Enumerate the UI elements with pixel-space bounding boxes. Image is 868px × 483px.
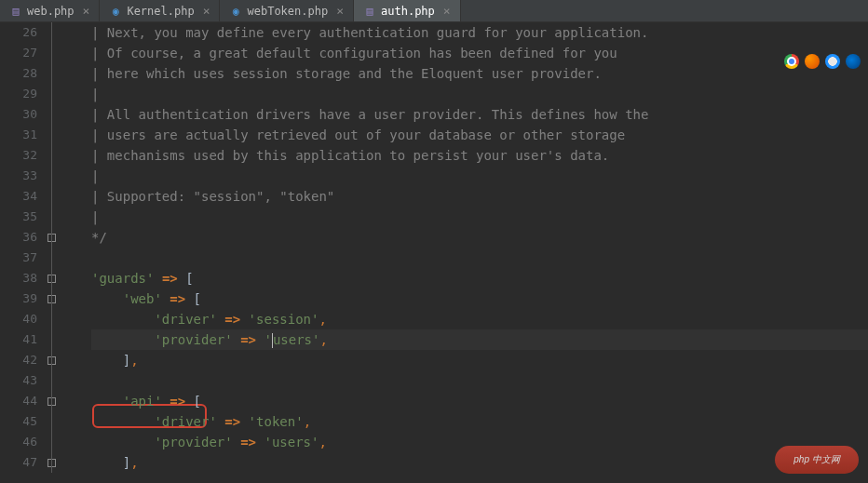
code-token — [233, 332, 240, 347]
line-number: 31 — [0, 125, 37, 145]
code-token — [240, 312, 248, 327]
code-token: => — [224, 414, 240, 429]
code-token: , — [319, 332, 327, 347]
code-token: | — [91, 87, 99, 101]
fold-column — [45, 22, 63, 483]
code-token: , — [130, 353, 138, 368]
tab-label: auth.php — [381, 5, 435, 18]
code-token: => — [170, 291, 185, 306]
line-number: 42 — [0, 350, 37, 370]
line-gutter: 2627282930313233343536373839404142434445… — [0, 22, 45, 483]
firefox-icon[interactable] — [805, 54, 820, 69]
edge-icon[interactable] — [846, 54, 861, 69]
line-number: 40 — [0, 309, 37, 329]
code-token: => — [224, 312, 240, 327]
code-line[interactable]: | Of course, a great default configurati… — [91, 43, 868, 63]
class-file-icon: ◉ — [229, 5, 242, 18]
code-line[interactable]: 'driver' => 'token', — [91, 411, 868, 432]
code-line[interactable]: | mechanisms used by this application to… — [91, 145, 868, 166]
code-line[interactable]: | Next, you may define every authenticat… — [91, 22, 868, 43]
line-number: 43 — [0, 370, 37, 391]
code-token: | — [91, 168, 99, 183]
watermark-badge: php 中文网 — [775, 446, 859, 474]
code-line[interactable]: 'guards' => [ — [91, 268, 868, 288]
code-token — [91, 394, 123, 409]
code-token: 'driver' — [154, 414, 216, 429]
safari-icon[interactable] — [825, 54, 840, 69]
tab-label: web.php — [27, 5, 75, 18]
code-line[interactable]: | — [91, 207, 868, 227]
code-token — [154, 271, 161, 286]
line-number: 36 — [0, 227, 37, 248]
close-icon[interactable]: × — [79, 4, 90, 18]
code-token: , — [304, 414, 311, 429]
line-number: 44 — [0, 391, 37, 411]
code-token — [91, 332, 154, 347]
code-line[interactable]: 'provider' => 'users', — [91, 329, 868, 350]
browser-icons-group — [784, 54, 861, 69]
code-line[interactable]: ], — [91, 350, 868, 370]
code-token: [ — [185, 291, 201, 306]
code-line[interactable] — [91, 248, 868, 268]
close-icon[interactable]: × — [199, 4, 210, 18]
code-token — [240, 414, 248, 429]
line-number: 35 — [0, 207, 37, 227]
line-number: 27 — [0, 43, 37, 63]
line-number: 39 — [0, 288, 37, 309]
code-token — [91, 312, 154, 327]
code-token: | — [91, 209, 99, 224]
code-token: 'api' — [123, 394, 162, 409]
tab-web-php[interactable]: ▤web.php× — [0, 0, 100, 21]
code-line[interactable]: | Supported: "session", "token" — [91, 186, 868, 207]
code-token: 'token' — [249, 414, 304, 429]
line-number: 45 — [0, 411, 37, 432]
code-area[interactable]: | Next, you may define every authenticat… — [63, 22, 868, 483]
line-number: 46 — [0, 432, 37, 452]
code-line[interactable]: | All authentication drivers have a user… — [91, 104, 868, 125]
code-token: users' — [273, 332, 320, 347]
line-number: 47 — [0, 452, 37, 473]
line-number: 41 — [0, 329, 37, 350]
code-token: 'guards' — [91, 271, 154, 286]
code-line[interactable]: 'provider' => 'users', — [91, 432, 868, 452]
code-token: | Of course, a great default configurati… — [91, 46, 617, 60]
code-line[interactable]: 'api' => [ — [91, 391, 868, 411]
code-token: | Next, you may define every authenticat… — [91, 25, 648, 40]
code-token: ] — [91, 455, 130, 470]
code-line[interactable]: 'web' => [ — [91, 288, 868, 309]
code-token: | All authentication drivers have a user… — [91, 107, 648, 122]
code-token: 'session' — [249, 312, 319, 327]
tab-Kernel-php[interactable]: ◉Kernel.php× — [100, 0, 220, 21]
code-line[interactable]: | — [91, 84, 868, 104]
code-token: , — [319, 312, 326, 327]
code-line[interactable]: */ — [91, 227, 868, 248]
code-line[interactable] — [91, 370, 868, 391]
tab-auth-php[interactable]: ▤auth.php× — [354, 0, 461, 21]
code-line[interactable]: | — [91, 166, 868, 186]
code-token: | here which uses session storage and th… — [91, 66, 602, 81]
code-line[interactable]: 'driver' => 'session', — [91, 309, 868, 329]
tab-label: webToken.php — [247, 5, 328, 18]
code-token — [233, 435, 240, 449]
line-number: 26 — [0, 22, 37, 43]
tab-label: Kernel.php — [127, 5, 194, 18]
close-icon[interactable]: × — [332, 4, 344, 18]
close-icon[interactable]: × — [440, 4, 451, 18]
code-token — [91, 435, 154, 449]
line-number: 38 — [0, 268, 37, 288]
code-line[interactable]: | here which uses session storage and th… — [91, 63, 868, 84]
php-file-icon: ▤ — [363, 5, 376, 18]
code-token: 'web' — [123, 291, 162, 306]
line-number: 37 — [0, 248, 37, 268]
code-token: 'provider' — [154, 435, 232, 449]
tab-bar: ▤web.php×◉Kernel.php×◉webToken.php×▤auth… — [0, 0, 868, 22]
code-token: => — [240, 332, 256, 347]
code-token: ' — [264, 332, 271, 347]
chrome-icon[interactable] — [784, 54, 799, 69]
line-number: 30 — [0, 104, 37, 125]
code-token — [91, 291, 123, 306]
code-token: 'driver' — [154, 312, 216, 327]
tab-webToken-php[interactable]: ◉webToken.php× — [220, 0, 354, 21]
code-line[interactable]: ], — [91, 452, 868, 473]
code-line[interactable]: | users are actually retrieved out of yo… — [91, 125, 868, 145]
